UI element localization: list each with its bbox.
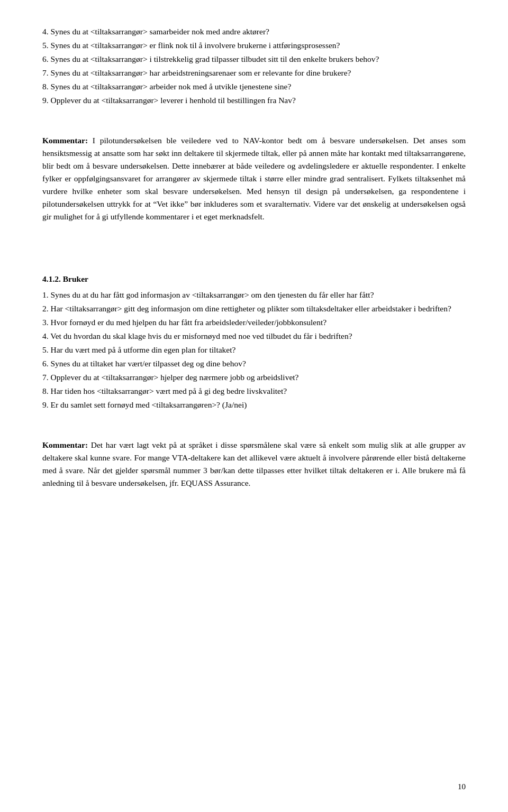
bruker-questions: 1. Synes du at du har fått god informasj… xyxy=(42,289,466,411)
bruker-q7-content: Opplever du at <tiltaksarrangør> hjelper… xyxy=(51,373,299,382)
question-6: 6. Synes du at <tiltaksarrangør> i tilst… xyxy=(42,53,466,66)
bruker-q8-number: 8. xyxy=(42,386,49,395)
spacer-2 xyxy=(42,238,466,248)
question-9-number: 9. xyxy=(42,96,49,105)
kommentar-block-2: Kommentar: Det har vært lagt vekt på at … xyxy=(42,439,466,490)
bruker-q5: 5. Har du vært med på å utforme din egen… xyxy=(42,344,466,356)
bruker-q2: 2. Har <tiltaksarrangør> gitt deg inform… xyxy=(42,302,466,315)
kommentar-1-label: Kommentar: xyxy=(42,136,88,145)
question-9-content: Opplever du at <tiltaksarrangør> leverer… xyxy=(51,96,296,105)
kommentar-block-1: Kommentar: I pilotundersøkelsen ble veil… xyxy=(42,134,466,223)
question-5-content: Synes du at <tiltaksarrangør> er flink n… xyxy=(51,41,340,50)
spacer-1 xyxy=(42,109,466,119)
bruker-q3-number: 3. xyxy=(42,318,49,327)
bruker-q9-number: 9. xyxy=(42,400,49,409)
bruker-q3: 3. Hvor fornøyd er du med hjelpen du har… xyxy=(42,316,466,329)
question-7: 7. Synes du at <tiltaksarrangør> har arb… xyxy=(42,67,466,79)
bruker-q6-content: Synes du at tiltaket har vært/er tilpass… xyxy=(51,359,246,368)
question-8-content: Synes du at <tiltaksarrangør> arbeider n… xyxy=(51,82,292,91)
question-5: 5. Synes du at <tiltaksarrangør> er flin… xyxy=(42,39,466,52)
bruker-q7: 7. Opplever du at <tiltaksarrangør> hjel… xyxy=(42,371,466,384)
kommentar-2-paragraph: Kommentar: Det har vært lagt vekt på at … xyxy=(42,439,466,490)
bruker-q3-content: Hvor fornøyd er du med hjelpen du har få… xyxy=(51,318,327,327)
bruker-q7-number: 7. xyxy=(42,373,49,382)
bruker-q1: 1. Synes du at du har fått god informasj… xyxy=(42,289,466,301)
spacer-3 xyxy=(42,413,466,424)
question-4: 4. Synes du at <tiltaksarrangør> samarbe… xyxy=(42,25,466,38)
kommentar-2-text: Det har vært lagt vekt på at språket i d… xyxy=(42,440,466,487)
question-7-number: 7. xyxy=(42,68,49,77)
bruker-q9: 9. Er du samlet sett fornøyd med <tiltak… xyxy=(42,399,466,411)
question-7-content: Synes du at <tiltaksarrangør> har arbeid… xyxy=(51,68,351,77)
spacer-2b xyxy=(42,248,466,254)
main-content: 4. Synes du at <tiltaksarrangør> samarbe… xyxy=(42,25,466,490)
kommentar-2-label: Kommentar: xyxy=(42,440,88,449)
bruker-q6-number: 6. xyxy=(42,359,49,368)
question-5-number: 5. xyxy=(42,41,49,50)
bruker-q8: 8. Har tiden hos <tiltaksarrangør> vært … xyxy=(42,385,466,398)
questions-top: 4. Synes du at <tiltaksarrangør> samarbe… xyxy=(42,25,466,107)
bruker-q1-number: 1. xyxy=(42,290,49,299)
question-9: 9. Opplever du at <tiltaksarrangør> leve… xyxy=(42,94,466,107)
bruker-q2-content: Har <tiltaksarrangør> gitt deg informasj… xyxy=(51,304,451,313)
bruker-q9-content: Er du samlet sett fornøyd med <tiltaksar… xyxy=(51,400,247,409)
bruker-q5-content: Har du vært med på å utforme din egen pl… xyxy=(51,345,236,354)
bruker-q4-content: Vet du hvordan du skal klage hvis du er … xyxy=(50,331,352,340)
question-6-content: Synes du at <tiltaksarrangør> i tilstrek… xyxy=(51,54,379,63)
question-8: 8. Synes du at <tiltaksarrangør> arbeide… xyxy=(42,80,466,93)
question-4-content: Synes du at <tiltaksarrangør> samarbeide… xyxy=(51,27,269,36)
question-6-number: 6. xyxy=(42,54,49,63)
bruker-q8-content: Har tiden hos <tiltaksarrangør> vært med… xyxy=(51,386,287,395)
question-8-number: 8. xyxy=(42,82,49,91)
bruker-q1-content: Synes du at du har fått god informasjon … xyxy=(51,290,374,299)
bruker-q6: 6. Synes du at tiltaket har vært/er tilp… xyxy=(42,357,466,370)
kommentar-1-paragraph-1: Kommentar: I pilotundersøkelsen ble veil… xyxy=(42,134,466,223)
question-4-text: 4. xyxy=(42,27,49,36)
kommentar-1-sentence-1: I pilotundersøkelsen ble veiledere ved t… xyxy=(42,136,466,221)
section-412-heading: 4.1.2. Bruker xyxy=(42,273,466,285)
bruker-q5-number: 5. xyxy=(42,345,49,354)
bruker-q4: 4. Vet du hvordan du skal klage hvis du … xyxy=(42,330,466,343)
bruker-q2-number: 2. xyxy=(42,304,49,313)
section-412-heading-text: 4.1.2. Bruker xyxy=(42,274,88,283)
page-number: 10 xyxy=(458,781,466,793)
bruker-q4-number: 4. xyxy=(42,331,49,340)
